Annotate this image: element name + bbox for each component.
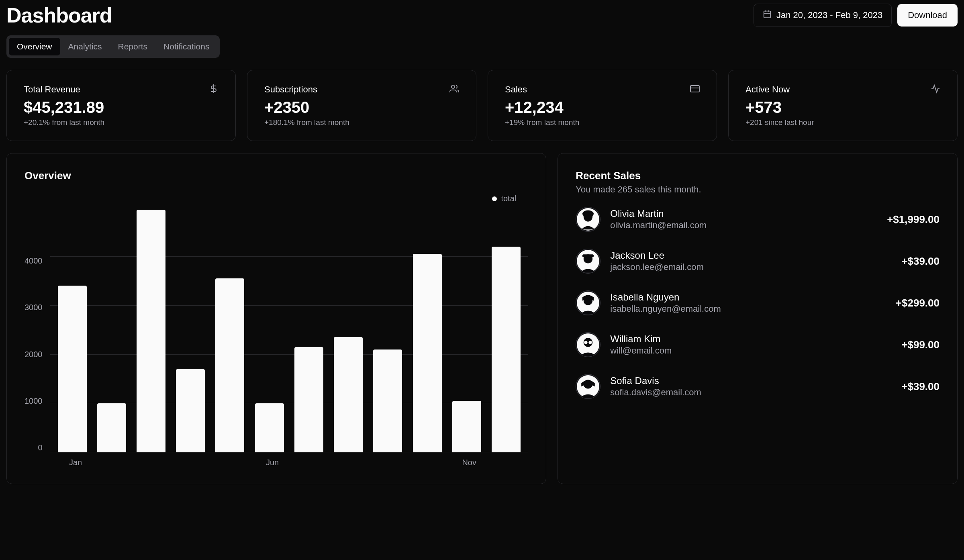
- bar-aug: [334, 337, 363, 452]
- svg-point-18: [584, 341, 587, 344]
- chart-wrap: total 40003000200010000 JanJunNov: [25, 194, 528, 468]
- tabs: Overview Analytics Reports Notifications: [6, 35, 220, 58]
- y-axis: 40003000200010000: [25, 207, 50, 452]
- sale-info: Sofia Davissofia.davis@email.com: [610, 375, 892, 398]
- tab-analytics[interactable]: Analytics: [60, 38, 110, 55]
- sale-info: Olivia Martinolivia.martin@email.com: [610, 208, 877, 231]
- stat-cards: Total Revenue $45,231.89 +20.1% from las…: [6, 70, 958, 141]
- sale-item: Isabella Nguyenisabella.nguyen@email.com…: [576, 290, 939, 315]
- chart-legend: total: [25, 194, 528, 203]
- legend-dot-icon: [492, 196, 497, 201]
- header-row: Dashboard Jan 20, 2023 - Feb 9, 2023 Dow…: [6, 3, 958, 27]
- bars-container: [50, 207, 529, 452]
- sale-info: William Kimwill@email.com: [610, 333, 892, 356]
- sale-item: Olivia Martinolivia.martin@email.com+$1,…: [576, 207, 939, 232]
- date-range-picker[interactable]: Jan 20, 2023 - Feb 9, 2023: [754, 4, 892, 27]
- bar-jun: [255, 403, 284, 452]
- avatar: [576, 374, 600, 399]
- svg-rect-6: [690, 86, 699, 92]
- sale-amount: +$1,999.00: [887, 213, 939, 226]
- stat-title: Total Revenue: [24, 84, 80, 95]
- sale-item: Sofia Davissofia.davis@email.com+$39.00: [576, 374, 939, 399]
- overview-panel: Overview total 40003000200010000 JanJunN…: [6, 153, 546, 484]
- svg-point-10: [582, 211, 594, 217]
- bar-oct: [413, 254, 442, 452]
- credit-card-icon: [690, 84, 700, 95]
- stat-sub: +180.1% from last month: [264, 118, 459, 127]
- tab-reports[interactable]: Reports: [110, 38, 156, 55]
- avatar: [576, 290, 600, 315]
- sale-item: Jackson Leejackson.lee@email.com+$39.00: [576, 249, 939, 274]
- svg-rect-13: [582, 254, 594, 257]
- sale-amount: +$99.00: [901, 339, 939, 351]
- recent-sales-panel: Recent Sales You made 265 sales this mon…: [558, 153, 958, 484]
- sale-name: Sofia Davis: [610, 375, 892, 386]
- svg-point-5: [451, 85, 455, 88]
- sale-email: isabella.nguyen@email.com: [610, 304, 886, 314]
- stat-title: Sales: [505, 84, 527, 95]
- header-actions: Jan 20, 2023 - Feb 9, 2023 Download: [754, 4, 958, 27]
- stat-title: Subscriptions: [264, 84, 317, 95]
- sale-name: Olivia Martin: [610, 208, 877, 219]
- avatar: [576, 332, 600, 357]
- y-tick: 4000: [25, 256, 43, 266]
- sale-email: olivia.martin@email.com: [610, 220, 877, 231]
- dollar-icon: [209, 84, 219, 95]
- y-tick: 3000: [25, 303, 43, 312]
- bar-jan: [58, 286, 87, 452]
- avatar: [576, 249, 600, 274]
- bar-may: [215, 278, 244, 452]
- x-axis: JanJunNov: [56, 458, 528, 468]
- bar-apr: [176, 369, 205, 452]
- bar-dec: [492, 247, 521, 452]
- sale-email: jackson.lee@email.com: [610, 262, 892, 272]
- sale-email: will@email.com: [610, 345, 892, 356]
- stat-value: $45,231.89: [24, 98, 219, 116]
- y-tick: 1000: [25, 396, 43, 406]
- content-row: Overview total 40003000200010000 JanJunN…: [6, 153, 958, 484]
- page-title: Dashboard: [6, 3, 112, 27]
- stat-sub: +19% from last month: [505, 118, 700, 127]
- stat-card-active: Active Now +573 +201 since last hour: [728, 70, 958, 141]
- tab-notifications[interactable]: Notifications: [155, 38, 217, 55]
- sale-email: sofia.davis@email.com: [610, 387, 892, 398]
- bar-sep: [373, 349, 402, 452]
- stat-value: +573: [745, 98, 940, 116]
- date-range-label: Jan 20, 2023 - Feb 9, 2023: [776, 10, 882, 20]
- sale-name: William Kim: [610, 333, 892, 345]
- sale-name: Isabella Nguyen: [610, 292, 886, 303]
- sale-item: William Kimwill@email.com+$99.00: [576, 332, 939, 357]
- stat-sub: +201 since last hour: [745, 118, 940, 127]
- sale-info: Jackson Leejackson.lee@email.com: [610, 250, 892, 272]
- y-tick: 0: [38, 443, 42, 452]
- bar-feb: [97, 403, 126, 452]
- stat-value: +2350: [264, 98, 459, 116]
- x-tick: Jan: [69, 458, 82, 467]
- avatar: [576, 207, 600, 232]
- stat-card-revenue: Total Revenue $45,231.89 +20.1% from las…: [6, 70, 236, 141]
- sale-info: Isabella Nguyenisabella.nguyen@email.com: [610, 292, 886, 314]
- stat-sub: +20.1% from last month: [24, 118, 219, 127]
- bar-chart: 40003000200010000: [25, 207, 528, 452]
- stat-card-sales: Sales +12,234 +19% from last month: [488, 70, 717, 141]
- stat-card-subscriptions: Subscriptions +2350 +180.1% from last mo…: [247, 70, 476, 141]
- sale-name: Jackson Lee: [610, 250, 892, 261]
- calendar-icon: [763, 10, 772, 21]
- sale-amount: +$39.00: [901, 255, 939, 268]
- bar-jul: [294, 347, 323, 452]
- sales-list: Olivia Martinolivia.martin@email.com+$1,…: [576, 207, 939, 399]
- chart-area: [50, 207, 529, 452]
- x-tick: Nov: [462, 458, 476, 467]
- users-icon: [449, 84, 459, 95]
- x-tick: Jun: [266, 458, 279, 467]
- tab-overview[interactable]: Overview: [9, 38, 60, 55]
- activity-icon: [931, 84, 940, 95]
- sale-amount: +$299.00: [896, 297, 939, 309]
- stat-value: +12,234: [505, 98, 700, 116]
- download-button[interactable]: Download: [897, 4, 958, 27]
- bar-nov: [452, 401, 481, 452]
- overview-title: Overview: [25, 170, 528, 182]
- stat-title: Active Now: [745, 84, 790, 95]
- bar-mar: [137, 210, 165, 452]
- y-tick: 2000: [25, 350, 43, 359]
